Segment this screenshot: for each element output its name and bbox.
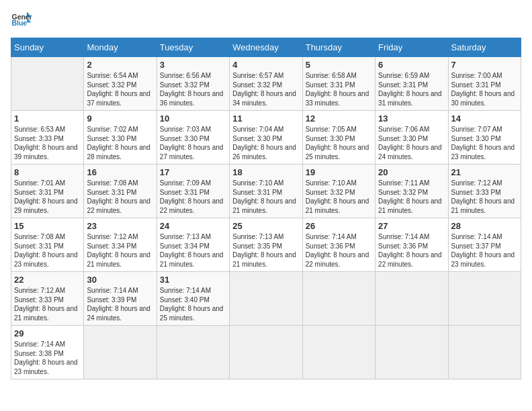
day-info: Sunrise: 7:14 AMSunset: 3:40 PMDaylight:…	[160, 286, 226, 322]
day-info: Sunrise: 7:06 AMSunset: 3:30 PMDaylight:…	[378, 125, 445, 161]
header-day: Sunday	[11, 38, 84, 57]
day-info: Sunrise: 7:00 AMSunset: 3:31 PMDaylight:…	[451, 71, 518, 107]
calendar-cell	[448, 326, 521, 379]
day-number: 13	[378, 113, 445, 124]
calendar-cell	[230, 272, 302, 326]
calendar-table: SundayMondayTuesdayWednesdayThursdayFrid…	[11, 38, 521, 379]
calendar-cell: 8Sunrise: 7:01 AMSunset: 3:31 PMDaylight…	[11, 165, 84, 218]
calendar-week-row: 8Sunrise: 7:01 AMSunset: 3:31 PMDaylight…	[11, 165, 521, 218]
header-day: Saturday	[448, 38, 521, 57]
day-info: Sunrise: 6:57 AMSunset: 3:32 PMDaylight:…	[232, 71, 299, 107]
day-number: 26	[306, 221, 372, 231]
logo: General Blue	[11, 11, 32, 30]
logo-icon: General Blue	[11, 11, 32, 30]
day-number: 30	[87, 275, 153, 285]
calendar-cell: 27Sunrise: 7:14 AMSunset: 3:36 PMDayligh…	[375, 218, 448, 272]
day-number: 14	[451, 113, 518, 124]
day-number: 27	[378, 221, 445, 231]
page-header: General Blue	[11, 11, 521, 30]
calendar-week-row: 15Sunrise: 7:08 AMSunset: 3:31 PMDayligh…	[11, 218, 521, 272]
calendar-cell	[84, 326, 157, 379]
calendar-cell	[448, 272, 521, 326]
day-number: 9	[87, 113, 153, 124]
day-info: Sunrise: 7:10 AMSunset: 3:31 PMDaylight:…	[232, 179, 299, 215]
header-row: SundayMondayTuesdayWednesdayThursdayFrid…	[11, 38, 521, 57]
calendar-week-row: 29Sunrise: 7:14 AMSunset: 3:38 PMDayligh…	[11, 326, 521, 379]
calendar-cell: 13Sunrise: 7:06 AMSunset: 3:30 PMDayligh…	[375, 111, 448, 165]
day-info: Sunrise: 7:07 AMSunset: 3:30 PMDaylight:…	[451, 125, 518, 161]
calendar-cell: 21Sunrise: 7:12 AMSunset: 3:33 PMDayligh…	[448, 165, 521, 218]
calendar-cell: 31Sunrise: 7:14 AMSunset: 3:40 PMDayligh…	[157, 272, 229, 326]
day-number: 19	[306, 167, 372, 177]
calendar-week-row: 1Sunrise: 6:53 AMSunset: 3:33 PMDaylight…	[11, 111, 521, 165]
header-day: Wednesday	[230, 38, 302, 57]
day-info: Sunrise: 7:08 AMSunset: 3:31 PMDaylight:…	[14, 232, 81, 269]
header-day: Tuesday	[157, 38, 229, 57]
calendar-cell: 25Sunrise: 7:13 AMSunset: 3:35 PMDayligh…	[230, 218, 302, 272]
day-number: 21	[451, 167, 518, 177]
day-info: Sunrise: 7:05 AMSunset: 3:30 PMDaylight:…	[306, 125, 372, 161]
day-info: Sunrise: 7:04 AMSunset: 3:30 PMDaylight:…	[232, 125, 299, 161]
calendar-week-row: 2Sunrise: 6:54 AMSunset: 3:32 PMDaylight…	[11, 57, 521, 111]
calendar-cell	[375, 326, 448, 379]
day-info: Sunrise: 7:14 AMSunset: 3:39 PMDaylight:…	[87, 286, 153, 322]
calendar-cell: 26Sunrise: 7:14 AMSunset: 3:36 PMDayligh…	[302, 218, 375, 272]
calendar-cell: 1Sunrise: 6:53 AMSunset: 3:33 PMDaylight…	[11, 111, 84, 165]
day-info: Sunrise: 7:02 AMSunset: 3:30 PMDaylight:…	[87, 125, 153, 161]
day-info: Sunrise: 7:14 AMSunset: 3:36 PMDaylight:…	[306, 232, 372, 269]
day-info: Sunrise: 6:56 AMSunset: 3:32 PMDaylight:…	[160, 71, 226, 107]
day-number: 10	[160, 113, 226, 124]
day-info: Sunrise: 7:13 AMSunset: 3:34 PMDaylight:…	[160, 232, 226, 269]
day-number: 24	[160, 221, 226, 231]
calendar-cell: 10Sunrise: 7:03 AMSunset: 3:30 PMDayligh…	[157, 111, 229, 165]
day-number: 12	[306, 113, 372, 124]
day-info: Sunrise: 7:10 AMSunset: 3:32 PMDaylight:…	[306, 179, 372, 215]
header-day: Monday	[84, 38, 157, 57]
calendar-cell	[302, 272, 375, 326]
calendar-cell: 4Sunrise: 6:57 AMSunset: 3:32 PMDaylight…	[230, 57, 302, 111]
day-number: 4	[232, 60, 299, 70]
day-number: 2	[87, 60, 153, 70]
day-info: Sunrise: 7:03 AMSunset: 3:30 PMDaylight:…	[160, 125, 226, 161]
day-number: 28	[451, 221, 518, 231]
day-info: Sunrise: 7:12 AMSunset: 3:34 PMDaylight:…	[87, 232, 153, 269]
calendar-cell: 30Sunrise: 7:14 AMSunset: 3:39 PMDayligh…	[84, 272, 157, 326]
day-number: 16	[87, 167, 153, 177]
calendar-cell: 23Sunrise: 7:12 AMSunset: 3:34 PMDayligh…	[84, 218, 157, 272]
day-info: Sunrise: 7:01 AMSunset: 3:31 PMDaylight:…	[14, 179, 81, 215]
calendar-cell	[230, 326, 302, 379]
svg-text:Blue: Blue	[12, 19, 28, 27]
calendar-cell: 7Sunrise: 7:00 AMSunset: 3:31 PMDaylight…	[448, 57, 521, 111]
calendar-cell: 12Sunrise: 7:05 AMSunset: 3:30 PMDayligh…	[302, 111, 375, 165]
calendar-cell: 19Sunrise: 7:10 AMSunset: 3:32 PMDayligh…	[302, 165, 375, 218]
day-info: Sunrise: 6:53 AMSunset: 3:33 PMDaylight:…	[14, 125, 81, 161]
day-number: 23	[87, 221, 153, 231]
day-info: Sunrise: 7:13 AMSunset: 3:35 PMDaylight:…	[232, 232, 299, 269]
calendar-cell: 18Sunrise: 7:10 AMSunset: 3:31 PMDayligh…	[230, 165, 302, 218]
day-info: Sunrise: 7:14 AMSunset: 3:37 PMDaylight:…	[451, 232, 518, 269]
calendar-cell: 9Sunrise: 7:02 AMSunset: 3:30 PMDaylight…	[84, 111, 157, 165]
day-number: 25	[232, 221, 299, 231]
day-info: Sunrise: 6:54 AMSunset: 3:32 PMDaylight:…	[87, 71, 153, 107]
calendar-cell: 24Sunrise: 7:13 AMSunset: 3:34 PMDayligh…	[157, 218, 229, 272]
day-number: 15	[14, 221, 81, 231]
calendar-cell: 15Sunrise: 7:08 AMSunset: 3:31 PMDayligh…	[11, 218, 84, 272]
header-day: Friday	[375, 38, 448, 57]
day-number: 29	[14, 328, 81, 338]
calendar-cell	[157, 326, 229, 379]
calendar-cell: 16Sunrise: 7:08 AMSunset: 3:31 PMDayligh…	[84, 165, 157, 218]
day-info: Sunrise: 7:08 AMSunset: 3:31 PMDaylight:…	[87, 179, 153, 215]
day-info: Sunrise: 7:12 AMSunset: 3:33 PMDaylight:…	[14, 286, 81, 322]
calendar-cell: 3Sunrise: 6:56 AMSunset: 3:32 PMDaylight…	[157, 57, 229, 111]
calendar-cell	[11, 57, 84, 111]
day-number: 6	[378, 60, 445, 70]
day-number: 7	[451, 60, 518, 70]
header-day: Thursday	[302, 38, 375, 57]
day-info: Sunrise: 7:09 AMSunset: 3:31 PMDaylight:…	[160, 179, 226, 215]
day-number: 5	[306, 60, 372, 70]
day-number: 22	[14, 275, 81, 285]
day-number: 3	[160, 60, 226, 70]
calendar-week-row: 22Sunrise: 7:12 AMSunset: 3:33 PMDayligh…	[11, 272, 521, 326]
calendar-cell	[375, 272, 448, 326]
day-number: 31	[160, 275, 226, 285]
